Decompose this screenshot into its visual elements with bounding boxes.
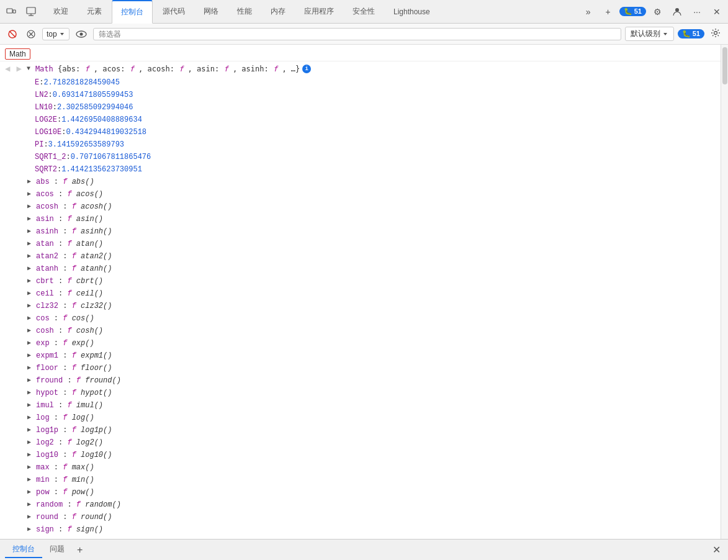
svg-point-13: [714, 31, 717, 34]
method-row[interactable]: ▶ imul : f imul(): [0, 399, 721, 412]
constant-row: SQRT1_2 : 0.7071067811865476: [0, 151, 721, 163]
method-row[interactable]: ▶ atan2 : f atan2(): [0, 250, 721, 263]
method-row[interactable]: ▶ round : f round(): [0, 511, 721, 523]
close-devtools-button[interactable]: ✕: [708, 3, 726, 20]
filter-input[interactable]: [93, 28, 621, 40]
root-expand-arrow[interactable]: ▼: [27, 63, 34, 75]
method-row[interactable]: ▶ exp : f exp(): [0, 337, 721, 350]
tab-security[interactable]: 安全性: [344, 0, 384, 24]
nav-arrows: ◀ ▶: [2, 62, 24, 76]
method-row[interactable]: ▶ abs : f abs(): [0, 176, 721, 188]
svg-rect-2: [27, 7, 35, 14]
method-row[interactable]: ▶ random : f random(): [0, 499, 721, 511]
tab-bar: 欢迎 元素 控制台 源代码 网络 性能 内存 应用程序 安全性 Lighthou…: [0, 0, 728, 24]
user-button[interactable]: [668, 3, 686, 20]
method-row[interactable]: ▶ log2 : f log2(): [0, 436, 721, 449]
svg-line-7: [9, 31, 16, 37]
method-row[interactable]: ▶ hypot : f hypot(): [0, 387, 721, 399]
math-badge: Math: [5, 48, 30, 60]
method-row[interactable]: ▶ atan : f atan(): [0, 238, 721, 250]
tab-lighthouse[interactable]: Lighthouse: [385, 0, 439, 24]
tab-network[interactable]: 网络: [195, 0, 227, 24]
live-expressions-button[interactable]: [73, 29, 89, 40]
console-area: Math ◀ ▶ ▼ Math {abs: f , acos: f , acos…: [0, 45, 728, 539]
method-row[interactable]: ▶ max : f max(): [0, 461, 721, 474]
info-icon[interactable]: i: [302, 65, 311, 73]
tab-elements[interactable]: 元素: [78, 0, 110, 24]
tab-right-icons: » + 🐛 51 ⚙ ··· ✕: [580, 3, 726, 20]
constant-row: SQRT2 : 1.4142135623730951: [0, 163, 721, 176]
svg-rect-1: [13, 10, 16, 13]
console-content[interactable]: Math ◀ ▶ ▼ Math {abs: f , acos: f , acos…: [0, 45, 721, 539]
method-row[interactable]: ▶ floor : f floor(): [0, 362, 721, 374]
method-row[interactable]: ▶ pow : f pow(): [0, 486, 721, 499]
svg-rect-0: [7, 9, 12, 13]
method-row[interactable]: ▶ sign : f sign(): [0, 523, 721, 536]
log-level-dropdown[interactable]: 默认级别: [625, 27, 674, 41]
svg-point-12: [79, 32, 83, 35]
method-row[interactable]: ▶ acos : f acos(): [0, 188, 721, 201]
stop-icon[interactable]: [5, 28, 20, 40]
method-row[interactable]: ▶ fround : f fround(): [0, 374, 721, 387]
method-row[interactable]: ▶ expm1 : f expm1(): [0, 350, 721, 362]
method-row[interactable]: ▶ min : f min(): [0, 474, 721, 486]
constant-row: LOG10E : 0.4342944819032518: [0, 126, 721, 138]
clear-console-button[interactable]: [24, 28, 38, 40]
add-panel-button[interactable]: +: [72, 542, 88, 558]
console-toolbar: top 默认级别 🐛 51: [0, 24, 728, 45]
method-row[interactable]: ▶ clz32 : f clz32(): [0, 300, 721, 312]
method-row[interactable]: ▶ log1p : f log1p(): [0, 424, 721, 436]
math-expression-line: Math: [0, 47, 721, 61]
bottom-tab-console[interactable]: 控制台: [5, 541, 42, 558]
next-arrow[interactable]: ▶: [14, 62, 24, 76]
constant-row: LN2 : 0.6931471805599453: [0, 89, 721, 101]
method-row[interactable]: ▶ atanh : f atanh(): [0, 263, 721, 275]
device-toggle-icon[interactable]: [2, 3, 20, 20]
method-row[interactable]: ▶ cosh : f cosh(): [0, 325, 721, 337]
bottom-tab-issues[interactable]: 问题: [42, 541, 72, 558]
tab-welcome[interactable]: 欢迎: [45, 0, 77, 24]
inspect-icon[interactable]: [22, 3, 40, 20]
tab-performance[interactable]: 性能: [228, 0, 261, 24]
scrollbar-thumb[interactable]: [722, 47, 727, 84]
more-tabs-button[interactable]: »: [580, 3, 597, 20]
method-row[interactable]: ▶ acosh : f acosh(): [0, 201, 721, 213]
method-row[interactable]: ▶ asin : f asin(): [0, 213, 721, 225]
settings-button[interactable]: ⚙: [649, 3, 666, 20]
math-root-line[interactable]: ◀ ▶ ▼ Math {abs: f , acos: f , acosh: f …: [0, 61, 721, 76]
bottom-bar: 控制台 问题 + ✕: [0, 539, 728, 560]
method-row[interactable]: ▶ ceil : f ceil(): [0, 287, 721, 300]
context-selector[interactable]: top: [42, 28, 70, 40]
constant-row: PI : 3.141592653589793: [0, 138, 721, 151]
add-tab-button[interactable]: +: [600, 3, 617, 20]
constant-row: E : 2.718281828459045: [0, 76, 721, 89]
toolbar-issues-badge[interactable]: 🐛 51: [678, 29, 704, 38]
method-row[interactable]: ▶ cos : f cos(): [0, 312, 721, 325]
method-row[interactable]: ▶ asinh : f asinh(): [0, 225, 721, 238]
more-options-button[interactable]: ···: [688, 3, 706, 20]
tab-sources[interactable]: 源代码: [154, 0, 194, 24]
method-row[interactable]: ▶ log : f log(): [0, 412, 721, 424]
console-settings-button[interactable]: [708, 27, 723, 42]
method-row[interactable]: ▶ cbrt : f cbrt(): [0, 275, 721, 287]
methods-container: ▶ abs : f abs() ▶ acos : f acos() ▶ acos…: [0, 176, 721, 536]
constant-row: LN10 : 2.302585092994046: [0, 101, 721, 114]
scrollbar-track[interactable]: [721, 45, 728, 539]
tab-bar-left-icons: [2, 3, 40, 20]
method-row[interactable]: ▶ log10 : f log10(): [0, 449, 721, 461]
tab-memory[interactable]: 内存: [262, 0, 294, 24]
prev-arrow[interactable]: ◀: [2, 62, 12, 76]
svg-point-5: [675, 8, 679, 12]
tab-console[interactable]: 控制台: [112, 0, 153, 24]
tab-application[interactable]: 应用程序: [295, 0, 343, 24]
constants-container: E : 2.718281828459045 LN2 : 0.6931471805…: [0, 76, 721, 176]
issues-badge[interactable]: 🐛 51: [619, 7, 646, 16]
constant-row: LOG2E : 1.4426950408889634: [0, 114, 721, 126]
close-panel-button[interactable]: ✕: [710, 543, 723, 557]
